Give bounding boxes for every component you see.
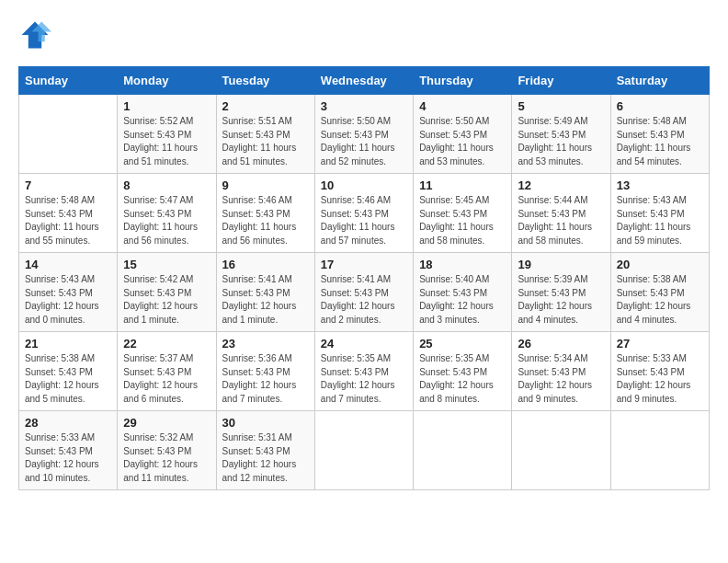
page-header <box>18 18 710 52</box>
day-info: Sunrise: 5:43 AM Sunset: 5:43 PM Dayligh… <box>617 194 703 247</box>
calendar-cell <box>314 411 413 490</box>
calendar-cell: 17Sunrise: 5:41 AM Sunset: 5:43 PM Dayli… <box>314 253 413 332</box>
calendar-cell <box>19 95 118 174</box>
day-number: 2 <box>222 99 309 113</box>
day-number: 4 <box>419 99 506 113</box>
day-number: 8 <box>123 178 210 192</box>
calendar-cell: 28Sunrise: 5:33 AM Sunset: 5:43 PM Dayli… <box>19 411 118 490</box>
calendar-week-4: 21Sunrise: 5:38 AM Sunset: 5:43 PM Dayli… <box>19 332 710 411</box>
day-number: 26 <box>518 337 604 350</box>
calendar-cell: 12Sunrise: 5:44 AM Sunset: 5:43 PM Dayli… <box>512 174 610 253</box>
calendar-week-2: 7Sunrise: 5:48 AM Sunset: 5:43 PM Daylig… <box>19 174 710 253</box>
day-info: Sunrise: 5:47 AM Sunset: 5:43 PM Dayligh… <box>123 194 210 247</box>
calendar-cell: 11Sunrise: 5:45 AM Sunset: 5:43 PM Dayli… <box>414 174 512 253</box>
weekday-header-saturday: Saturday <box>610 67 709 95</box>
day-info: Sunrise: 5:46 AM Sunset: 5:43 PM Dayligh… <box>222 194 309 247</box>
calendar-cell: 16Sunrise: 5:41 AM Sunset: 5:43 PM Dayli… <box>216 253 314 332</box>
calendar-cell: 20Sunrise: 5:38 AM Sunset: 5:43 PM Dayli… <box>610 253 709 332</box>
day-info: Sunrise: 5:49 AM Sunset: 5:43 PM Dayligh… <box>518 115 604 168</box>
day-number: 12 <box>518 178 604 192</box>
day-number: 22 <box>123 337 210 350</box>
weekday-header-thursday: Thursday <box>414 67 512 95</box>
calendar-week-5: 28Sunrise: 5:33 AM Sunset: 5:43 PM Dayli… <box>19 411 710 490</box>
day-info: Sunrise: 5:41 AM Sunset: 5:43 PM Dayligh… <box>222 273 309 327</box>
day-info: Sunrise: 5:32 AM Sunset: 5:43 PM Dayligh… <box>123 431 210 485</box>
day-number: 10 <box>321 178 407 192</box>
calendar-cell: 26Sunrise: 5:34 AM Sunset: 5:43 PM Dayli… <box>512 332 610 411</box>
calendar-cell: 25Sunrise: 5:35 AM Sunset: 5:43 PM Dayli… <box>414 332 512 411</box>
day-info: Sunrise: 5:38 AM Sunset: 5:43 PM Dayligh… <box>25 352 111 406</box>
day-info: Sunrise: 5:52 AM Sunset: 5:43 PM Dayligh… <box>123 115 210 168</box>
calendar-cell: 15Sunrise: 5:42 AM Sunset: 5:43 PM Dayli… <box>118 253 216 332</box>
day-info: Sunrise: 5:33 AM Sunset: 5:43 PM Dayligh… <box>617 352 703 406</box>
day-number: 27 <box>617 337 703 350</box>
day-number: 15 <box>123 258 210 271</box>
calendar-cell: 9Sunrise: 5:46 AM Sunset: 5:43 PM Daylig… <box>216 174 314 253</box>
day-info: Sunrise: 5:46 AM Sunset: 5:43 PM Dayligh… <box>321 194 407 247</box>
calendar-cell: 8Sunrise: 5:47 AM Sunset: 5:43 PM Daylig… <box>118 174 216 253</box>
day-number: 29 <box>123 416 210 430</box>
day-info: Sunrise: 5:35 AM Sunset: 5:43 PM Dayligh… <box>321 352 407 406</box>
calendar-cell: 10Sunrise: 5:46 AM Sunset: 5:43 PM Dayli… <box>314 174 413 253</box>
calendar-week-1: 1Sunrise: 5:52 AM Sunset: 5:43 PM Daylig… <box>19 95 710 174</box>
day-number: 25 <box>419 337 506 350</box>
day-info: Sunrise: 5:41 AM Sunset: 5:43 PM Dayligh… <box>321 273 407 327</box>
calendar-cell: 30Sunrise: 5:31 AM Sunset: 5:43 PM Dayli… <box>216 411 314 490</box>
calendar-week-3: 14Sunrise: 5:43 AM Sunset: 5:43 PM Dayli… <box>19 253 710 332</box>
calendar-cell: 24Sunrise: 5:35 AM Sunset: 5:43 PM Dayli… <box>314 332 413 411</box>
day-info: Sunrise: 5:50 AM Sunset: 5:43 PM Dayligh… <box>321 115 407 168</box>
day-number: 20 <box>617 258 703 271</box>
calendar-cell: 4Sunrise: 5:50 AM Sunset: 5:43 PM Daylig… <box>414 95 512 174</box>
day-number: 1 <box>123 99 210 113</box>
day-number: 28 <box>25 416 111 430</box>
calendar-cell: 23Sunrise: 5:36 AM Sunset: 5:43 PM Dayli… <box>216 332 314 411</box>
day-number: 24 <box>321 337 407 350</box>
calendar-cell <box>610 411 709 490</box>
day-number: 6 <box>617 99 703 113</box>
day-info: Sunrise: 5:48 AM Sunset: 5:43 PM Dayligh… <box>25 194 111 247</box>
weekday-header-sunday: Sunday <box>19 67 118 95</box>
calendar-cell: 14Sunrise: 5:43 AM Sunset: 5:43 PM Dayli… <box>19 253 118 332</box>
day-info: Sunrise: 5:51 AM Sunset: 5:43 PM Dayligh… <box>222 115 309 168</box>
calendar-cell: 6Sunrise: 5:48 AM Sunset: 5:43 PM Daylig… <box>610 95 709 174</box>
weekday-header-row: SundayMondayTuesdayWednesdayThursdayFrid… <box>19 67 710 95</box>
calendar-cell: 29Sunrise: 5:32 AM Sunset: 5:43 PM Dayli… <box>118 411 216 490</box>
weekday-header-monday: Monday <box>118 67 216 95</box>
day-number: 3 <box>321 99 407 113</box>
logo <box>18 18 57 52</box>
calendar-cell: 13Sunrise: 5:43 AM Sunset: 5:43 PM Dayli… <box>610 174 709 253</box>
day-info: Sunrise: 5:43 AM Sunset: 5:43 PM Dayligh… <box>25 273 111 327</box>
day-number: 21 <box>25 337 111 350</box>
day-number: 17 <box>321 258 407 271</box>
calendar-table: SundayMondayTuesdayWednesdayThursdayFrid… <box>18 66 710 490</box>
day-number: 14 <box>25 258 111 271</box>
day-info: Sunrise: 5:33 AM Sunset: 5:43 PM Dayligh… <box>25 431 111 485</box>
day-number: 19 <box>518 258 604 271</box>
day-info: Sunrise: 5:45 AM Sunset: 5:43 PM Dayligh… <box>419 194 506 247</box>
calendar-cell: 2Sunrise: 5:51 AM Sunset: 5:43 PM Daylig… <box>216 95 314 174</box>
day-info: Sunrise: 5:35 AM Sunset: 5:43 PM Dayligh… <box>419 352 506 406</box>
logo-icon <box>18 18 51 52</box>
day-info: Sunrise: 5:44 AM Sunset: 5:43 PM Dayligh… <box>518 194 604 247</box>
calendar-cell: 18Sunrise: 5:40 AM Sunset: 5:43 PM Dayli… <box>414 253 512 332</box>
weekday-header-friday: Friday <box>512 67 610 95</box>
calendar-cell: 7Sunrise: 5:48 AM Sunset: 5:43 PM Daylig… <box>19 174 118 253</box>
weekday-header-wednesday: Wednesday <box>314 67 413 95</box>
day-info: Sunrise: 5:42 AM Sunset: 5:43 PM Dayligh… <box>123 273 210 327</box>
calendar-cell: 1Sunrise: 5:52 AM Sunset: 5:43 PM Daylig… <box>118 95 216 174</box>
day-info: Sunrise: 5:48 AM Sunset: 5:43 PM Dayligh… <box>617 115 703 168</box>
calendar-cell: 19Sunrise: 5:39 AM Sunset: 5:43 PM Dayli… <box>512 253 610 332</box>
day-info: Sunrise: 5:50 AM Sunset: 5:43 PM Dayligh… <box>419 115 506 168</box>
day-info: Sunrise: 5:31 AM Sunset: 5:43 PM Dayligh… <box>222 431 309 485</box>
day-number: 7 <box>25 178 111 192</box>
day-number: 5 <box>518 99 604 113</box>
weekday-header-tuesday: Tuesday <box>216 67 314 95</box>
calendar-cell: 3Sunrise: 5:50 AM Sunset: 5:43 PM Daylig… <box>314 95 413 174</box>
day-info: Sunrise: 5:38 AM Sunset: 5:43 PM Dayligh… <box>617 273 703 327</box>
day-number: 18 <box>419 258 506 271</box>
day-info: Sunrise: 5:37 AM Sunset: 5:43 PM Dayligh… <box>123 352 210 406</box>
day-number: 16 <box>222 258 309 271</box>
day-info: Sunrise: 5:40 AM Sunset: 5:43 PM Dayligh… <box>419 273 506 327</box>
day-info: Sunrise: 5:34 AM Sunset: 5:43 PM Dayligh… <box>518 352 604 406</box>
calendar-body: 1Sunrise: 5:52 AM Sunset: 5:43 PM Daylig… <box>19 95 710 490</box>
